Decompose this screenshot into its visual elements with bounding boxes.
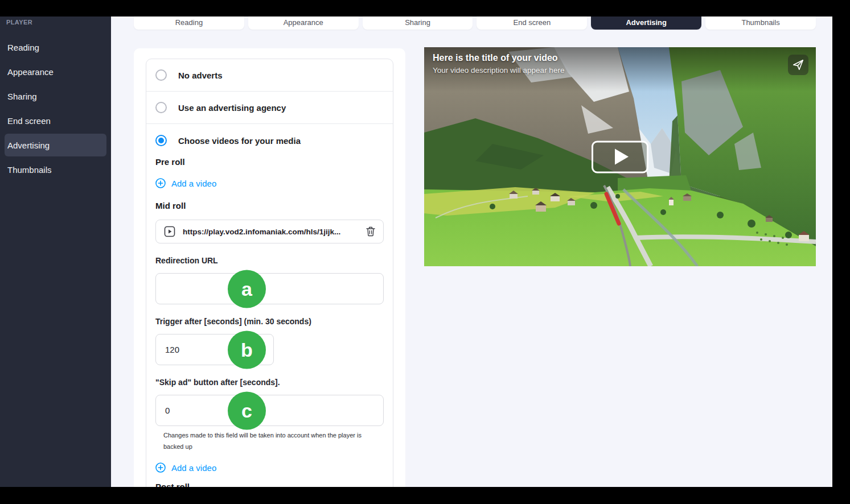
skip-ad-helper-text: Changes made to this field will be taken… — [163, 429, 381, 452]
radio-circle-choose-videos[interactable] — [155, 135, 167, 146]
trigger-after-label: Trigger after [seconds] (min. 30 seconds… — [155, 317, 384, 326]
play-icon — [615, 149, 629, 165]
tab-end-screen[interactable]: End screen — [477, 16, 587, 30]
annotation-badge-b: b — [228, 331, 266, 369]
app-window: PLAYER Reading Appearance Sharing End sc… — [0, 0, 850, 504]
ad-options-group: No adverts Use an advertising agency Cho… — [146, 59, 393, 487]
radio-label: Choose videos for your media — [178, 136, 301, 146]
advertising-settings-card: No adverts Use an advertising agency Cho… — [134, 48, 405, 487]
video-file-icon — [164, 226, 175, 237]
radio-label: Use an advertising agency — [178, 103, 286, 113]
mid-roll-video-row: https://play.vod2.infomaniak.com/hls/1ji… — [155, 220, 384, 243]
tab-appearance[interactable]: Appearance — [248, 16, 359, 30]
letterbox-top — [0, 0, 850, 16]
plus-circle-icon — [155, 178, 166, 188]
sidebar-item-end-screen[interactable]: End screen — [5, 109, 106, 132]
radio-circle-no-adverts[interactable] — [155, 69, 167, 81]
video-description-overlay: Your video description will appear here — [433, 66, 564, 75]
main-content: Reading Appearance Sharing End screen Ad… — [111, 16, 832, 487]
post-roll-title: Post roll — [155, 482, 384, 487]
play-button[interactable] — [592, 141, 648, 173]
sidebar-item-appearance[interactable]: Appearance — [5, 60, 106, 83]
video-title-overlay: Here is the title of your video — [433, 53, 558, 63]
redirection-url-field-wrap: a — [155, 273, 384, 304]
sidebar-item-sharing[interactable]: Sharing — [5, 85, 106, 108]
share-button[interactable] — [788, 55, 808, 75]
tab-sharing[interactable]: Sharing — [363, 16, 473, 30]
redirection-url-input[interactable] — [155, 273, 384, 304]
sidebar: PLAYER Reading Appearance Sharing End sc… — [0, 16, 111, 487]
tab-reading[interactable]: Reading — [134, 16, 244, 30]
letterbox-right — [832, 0, 850, 504]
add-video-link-mid-roll[interactable]: Add a video — [155, 462, 384, 473]
mid-roll-video-url: https://play.vod2.infomaniak.com/hls/1ji… — [183, 228, 359, 236]
annotation-badge-c: c — [228, 391, 266, 429]
radio-option-no-adverts[interactable]: No adverts — [146, 59, 393, 92]
send-icon — [792, 59, 804, 71]
pre-roll-title: Pre roll — [155, 157, 384, 167]
sidebar-item-advertising[interactable]: Advertising — [5, 134, 106, 156]
annotation-badge-a: a — [228, 270, 266, 308]
trigger-after-field-wrap: b — [155, 334, 274, 365]
skip-ad-input[interactable] — [155, 395, 384, 426]
trash-icon — [366, 226, 375, 237]
tab-advertising[interactable]: Advertising — [591, 16, 701, 30]
delete-video-button[interactable] — [366, 226, 375, 237]
tab-thumbnails[interactable]: Thumbnails — [705, 16, 816, 30]
sidebar-section-label: PLAYER — [6, 19, 111, 26]
radio-option-advertising-agency[interactable]: Use an advertising agency — [146, 92, 393, 124]
radio-label: No adverts — [178, 71, 223, 80]
sidebar-item-thumbnails[interactable]: Thumbnails — [5, 158, 106, 181]
choose-videos-section: Choose videos for your media Pre roll Ad… — [146, 124, 393, 487]
skip-ad-field-wrap: c — [155, 395, 384, 426]
add-video-link-pre-roll[interactable]: Add a video — [155, 178, 216, 188]
tab-bar: Reading Appearance Sharing End screen Ad… — [134, 16, 816, 30]
mid-roll-title: Mid roll — [155, 201, 384, 210]
video-preview[interactable]: Here is the title of your video Your vid… — [424, 47, 816, 266]
letterbox-bottom — [0, 487, 850, 504]
radio-option-choose-videos[interactable]: Choose videos for your media — [155, 124, 384, 157]
redirection-url-label: Redirection URL — [155, 256, 384, 265]
plus-circle-icon — [155, 462, 166, 473]
radio-circle-advertising-agency[interactable] — [155, 102, 167, 113]
sidebar-item-reading[interactable]: Reading — [5, 36, 106, 59]
skip-ad-label: "Skip ad" button after [seconds]. — [155, 378, 384, 387]
